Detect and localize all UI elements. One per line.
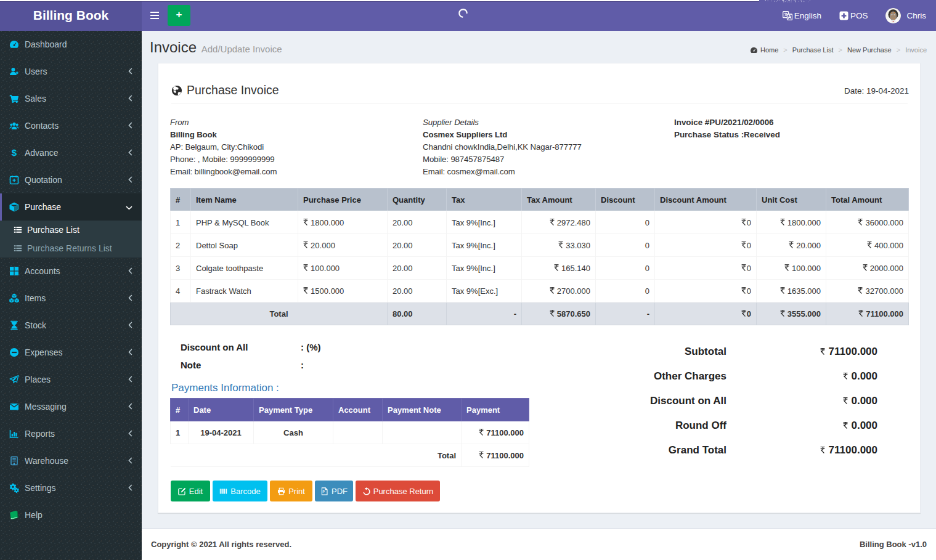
svg-text:$: $ xyxy=(12,148,17,158)
svg-text:P: P xyxy=(323,490,325,493)
